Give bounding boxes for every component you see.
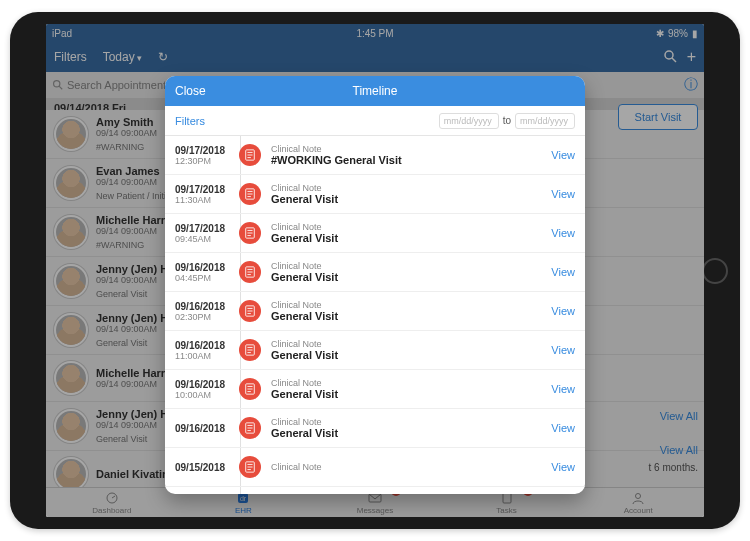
timeline-modal: Close Timeline Filters mm/dd/yyyy to mm/… [165, 76, 585, 494]
filters-button[interactable]: Filters [175, 115, 205, 127]
clinical-note-icon [239, 456, 261, 478]
entry-type: Clinical Note [271, 339, 551, 349]
clinical-note-icon [239, 339, 261, 361]
clinical-note-icon [239, 222, 261, 244]
modal-filter-row: Filters mm/dd/yyyy to mm/dd/yyyy [165, 106, 585, 136]
clinical-note-icon [239, 183, 261, 205]
to-label: to [503, 115, 511, 126]
modal-title: Timeline [353, 84, 398, 98]
entry-title: #WORKING General Visit [271, 154, 551, 166]
clinical-note-icon [239, 378, 261, 400]
timeline-row[interactable]: 09/16/2018Clinical NoteGeneral VisitView [165, 409, 585, 448]
clinical-note-icon [239, 261, 261, 283]
date-from-input[interactable]: mm/dd/yyyy [439, 113, 499, 129]
modal-header: Close Timeline [165, 76, 585, 106]
date-range: mm/dd/yyyy to mm/dd/yyyy [439, 113, 575, 129]
timeline-row[interactable]: 09/17/201809:45AMClinical NoteGeneral Vi… [165, 214, 585, 253]
close-button[interactable]: Close [175, 84, 206, 98]
entry-date: 09/15/2018 [175, 462, 233, 473]
clinical-note-icon [239, 144, 261, 166]
timeline-row[interactable]: 09/16/201802:30PMClinical NoteGeneral Vi… [165, 292, 585, 331]
timeline-row[interactable]: 09/17/201811:30AMClinical NoteGeneral Vi… [165, 175, 585, 214]
entry-type: Clinical Note [271, 261, 551, 271]
entry-date: 09/16/2018 [175, 262, 233, 273]
entry-time: 09:45AM [175, 234, 233, 244]
entry-time: 04:45PM [175, 273, 233, 283]
entry-title: General Visit [271, 310, 551, 322]
view-link[interactable]: View [551, 344, 575, 356]
timeline-row[interactable]: 09/16/201804:45PMClinical NoteGeneral Vi… [165, 253, 585, 292]
home-button[interactable] [702, 258, 728, 284]
entry-date: 09/16/2018 [175, 301, 233, 312]
ipad-frame: iPad 1:45 PM ✱ 98% ▮ Filters Today▾ ↻ + [10, 12, 740, 529]
view-link[interactable]: View [551, 188, 575, 200]
entry-type: Clinical Note [271, 462, 551, 472]
entry-title: General Visit [271, 193, 551, 205]
entry-date: 09/16/2018 [175, 340, 233, 351]
timeline-row[interactable]: 09/15/2018Clinical NoteView [165, 448, 585, 487]
entry-date: 09/16/2018 [175, 423, 233, 434]
view-link[interactable]: View [551, 266, 575, 278]
entry-title: General Visit [271, 271, 551, 283]
timeline-list[interactable]: 09/17/201812:30PMClinical Note#WORKING G… [165, 136, 585, 494]
entry-time: 12:30PM [175, 156, 233, 166]
clinical-note-icon [239, 417, 261, 439]
screen: iPad 1:45 PM ✱ 98% ▮ Filters Today▾ ↻ + [46, 24, 704, 517]
entry-title: General Visit [271, 232, 551, 244]
entry-title: General Visit [271, 427, 551, 439]
view-link[interactable]: View [551, 383, 575, 395]
timeline-row[interactable]: 09/16/201811:00AMClinical NoteGeneral Vi… [165, 331, 585, 370]
entry-time: 11:00AM [175, 351, 233, 361]
timeline-row[interactable]: 09/17/201812:30PMClinical Note#WORKING G… [165, 136, 585, 175]
entry-date: 09/17/2018 [175, 184, 233, 195]
entry-title: General Visit [271, 349, 551, 361]
entry-time: 10:00AM [175, 390, 233, 400]
entry-type: Clinical Note [271, 222, 551, 232]
entry-type: Clinical Note [271, 417, 551, 427]
entry-type: Clinical Note [271, 378, 551, 388]
date-to-input[interactable]: mm/dd/yyyy [515, 113, 575, 129]
view-link[interactable]: View [551, 305, 575, 317]
entry-type: Clinical Note [271, 144, 551, 154]
view-link[interactable]: View [551, 227, 575, 239]
entry-time: 02:30PM [175, 312, 233, 322]
entry-title: General Visit [271, 388, 551, 400]
view-link[interactable]: View [551, 461, 575, 473]
timeline-row[interactable]: 09/16/201810:00AMClinical NoteGeneral Vi… [165, 370, 585, 409]
entry-type: Clinical Note [271, 300, 551, 310]
entry-date: 09/17/2018 [175, 145, 233, 156]
entry-date: 09/17/2018 [175, 223, 233, 234]
entry-time: 11:30AM [175, 195, 233, 205]
entry-date: 09/16/2018 [175, 379, 233, 390]
view-link[interactable]: View [551, 422, 575, 434]
clinical-note-icon [239, 300, 261, 322]
view-link[interactable]: View [551, 149, 575, 161]
entry-type: Clinical Note [271, 183, 551, 193]
